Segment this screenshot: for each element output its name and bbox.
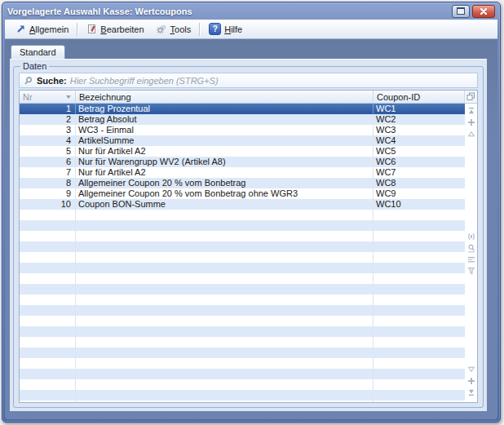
data-grid: Nr Bezeichnung Coupon-ID — [19, 90, 478, 403]
table-row-empty[interactable] — [20, 401, 465, 402]
cell-nr — [20, 273, 76, 284]
cell-nr — [20, 231, 76, 241]
cell-nr — [20, 252, 76, 263]
maximize-icon — [457, 7, 465, 15]
column-select-button[interactable] — [466, 231, 476, 242]
table-row[interactable]: 7 Nur für Artikel A2 WC7 — [20, 167, 465, 178]
menu-item-tools[interactable]: Tools — [150, 22, 197, 36]
cell-nr — [20, 305, 76, 316]
scroll-down-button[interactable] — [466, 364, 476, 375]
table-row[interactable]: 10 Coupon BON-Summe WC10 — [20, 199, 465, 210]
table-row-empty[interactable] — [20, 337, 465, 348]
grid-search-button[interactable] — [466, 242, 476, 254]
column-chooser-button[interactable] — [465, 91, 477, 103]
table-row-empty[interactable] — [20, 316, 465, 326]
title-bar[interactable]: Vorgelagerte Auswahl Kasse: Wertcoupons — [2, 2, 500, 20]
cell-bezeichnung — [76, 252, 374, 263]
table-row[interactable]: 2 Betrag Absolut WC2 — [20, 114, 465, 125]
table-row-empty[interactable] — [20, 263, 465, 273]
table-row[interactable]: 5 Nur für Artikel A2 WC5 — [20, 146, 465, 157]
table-row-empty[interactable] — [20, 231, 465, 241]
help-icon: ? — [209, 23, 221, 35]
cell-nr — [20, 263, 76, 273]
column-header-nr[interactable]: Nr — [20, 91, 76, 103]
cell-bezeichnung: Nur für Artikel A2 — [76, 146, 374, 157]
table-row-empty[interactable] — [20, 294, 465, 305]
table-row-empty[interactable] — [20, 241, 465, 252]
table-row-empty[interactable] — [20, 305, 465, 316]
table-row-empty[interactable] — [20, 326, 465, 337]
table-row[interactable]: 4 ArtikelSumme WC4 — [20, 135, 465, 146]
table-row-empty[interactable] — [20, 284, 465, 294]
cell-coupon-id: WC9 — [374, 188, 465, 199]
cell-bezeichnung — [76, 358, 374, 369]
cell-coupon-id — [374, 294, 465, 305]
search-placeholder: Hier Suchbegriff eingeben (STRG+S) — [70, 76, 219, 86]
cell-nr: 8 — [20, 178, 76, 188]
add-row-button[interactable] — [466, 375, 476, 387]
cell-coupon-id — [374, 390, 465, 401]
menu-item-label: Allgemein — [29, 24, 69, 34]
table-row-empty[interactable] — [20, 273, 465, 284]
column-header-coupon-id[interactable]: Coupon-ID — [374, 91, 465, 103]
table-row-empty[interactable] — [20, 252, 465, 263]
magnifier-icon — [24, 76, 33, 86]
scroll-to-bottom-icon — [467, 388, 475, 396]
table-row[interactable]: 6 Nur für Warengrupp WV2 (Artikel A8) WC… — [20, 157, 465, 167]
table-row-empty[interactable] — [20, 390, 465, 401]
scroll-to-top-button[interactable] — [466, 105, 476, 117]
cell-bezeichnung — [76, 326, 374, 337]
text-lines-button[interactable] — [466, 254, 476, 265]
cell-nr — [20, 348, 76, 358]
menu-item-hilfe[interactable]: ? Hilfe — [203, 21, 248, 37]
tab-standard[interactable]: Standard — [11, 45, 65, 59]
cell-nr — [20, 326, 76, 337]
cell-bezeichnung — [76, 390, 374, 401]
table-row[interactable]: 1 Betrag Prozentual WC1 — [20, 104, 465, 114]
cell-nr — [20, 390, 76, 401]
cell-bezeichnung: Nur für Artikel A2 — [76, 167, 374, 178]
menu-item-allgemein[interactable]: Allgemein — [10, 22, 74, 36]
cell-coupon-id: WC2 — [374, 114, 465, 125]
cell-coupon-id — [374, 369, 465, 379]
close-button[interactable] — [472, 5, 495, 18]
column-select-icon — [467, 232, 475, 241]
cell-coupon-id: WC7 — [374, 167, 465, 178]
cell-nr — [20, 379, 76, 390]
cell-bezeichnung — [76, 210, 374, 220]
daten-groupbox: Daten Suche: Hier Suchbegriff eingeben (… — [13, 61, 484, 408]
maximize-button[interactable] — [452, 5, 470, 18]
scroll-up-button[interactable] — [466, 128, 476, 139]
table-row-empty[interactable] — [20, 379, 465, 390]
table-row[interactable]: 8 Allgemeiner Coupon 20 % vom Bonbetrag … — [20, 178, 465, 188]
cell-nr: 2 — [20, 114, 76, 125]
cell-nr — [20, 241, 76, 252]
cell-coupon-id — [374, 379, 465, 390]
gear-icon — [156, 24, 167, 34]
table-row-empty[interactable] — [20, 210, 465, 220]
scroll-to-bottom-button[interactable] — [466, 387, 476, 398]
table-row-empty[interactable] — [20, 358, 465, 369]
cell-coupon-id — [374, 284, 465, 294]
table-row-empty[interactable] — [20, 348, 465, 358]
table-row[interactable]: 3 WC3 - Einmal WC3 — [20, 125, 465, 135]
table-row[interactable]: 9 Allgemeiner Coupon 20 % vom Bonbetrag … — [20, 188, 465, 199]
menu-item-bearbeiten[interactable]: Bearbeiten — [81, 22, 149, 36]
table-row-empty[interactable] — [20, 369, 465, 379]
cell-coupon-id: WC6 — [374, 157, 465, 167]
search-input[interactable]: Suche: Hier Suchbegriff eingeben (STRG+S… — [19, 73, 478, 88]
cell-coupon-id: WC3 — [374, 125, 465, 135]
arrow-up-right-icon — [15, 24, 26, 34]
cell-nr: 4 — [20, 135, 76, 146]
move-up-button[interactable] — [466, 117, 476, 128]
cell-bezeichnung — [76, 379, 374, 390]
column-header-bezeichnung[interactable]: Bezeichnung — [76, 91, 374, 103]
desktop-background: Vorgelagerte Auswahl Kasse: Wertcoupons — [0, 0, 504, 425]
cell-nr — [20, 337, 76, 348]
filter-button[interactable] — [466, 265, 476, 277]
cell-coupon-id — [374, 241, 465, 252]
app-window: Vorgelagerte Auswahl Kasse: Wertcoupons — [2, 2, 501, 423]
grid-side-toolbar — [465, 104, 477, 402]
table-row-empty[interactable] — [20, 220, 465, 231]
cell-bezeichnung — [76, 348, 374, 358]
